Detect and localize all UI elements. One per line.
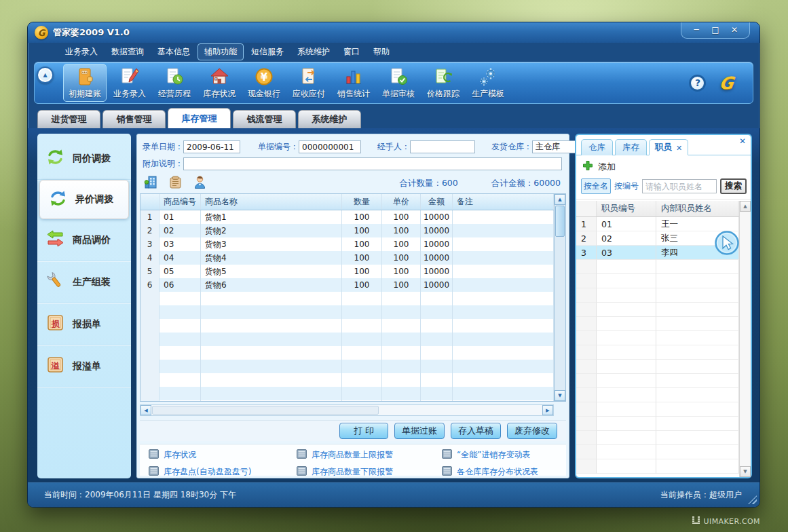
toolbar-item-6[interactable]: 应收应付 xyxy=(287,64,331,102)
warehouse-select-icon[interactable] xyxy=(144,175,158,191)
sidebar-item-3[interactable]: 商品调价 xyxy=(37,219,131,261)
items-table-row[interactable]: 303货物310010010000 xyxy=(140,238,554,251)
toolbar-item-1[interactable]: 初期建账 xyxy=(63,64,107,102)
scroll-track[interactable] xyxy=(151,405,542,415)
toolbar-item-7[interactable]: 销售统计 xyxy=(332,64,375,102)
quick-link-3[interactable]: “全能”进销存变动表 xyxy=(442,449,566,461)
close-button[interactable]: ✕ xyxy=(729,25,740,35)
employee-cell xyxy=(656,260,739,274)
toolbar-item-9[interactable]: 价格跟踪 xyxy=(421,64,465,102)
items-table-row[interactable]: 606货物610010010000 xyxy=(140,278,554,292)
employee-cell xyxy=(576,260,597,274)
menu-item-1[interactable]: 业务录入 xyxy=(59,44,104,60)
swap-diff-icon xyxy=(49,189,67,210)
items-cell: 货物4 xyxy=(201,251,342,265)
toolbar-item-8[interactable]: 单据审核 xyxy=(377,64,420,102)
search-button[interactable]: 搜索 xyxy=(720,178,747,194)
employee-cell xyxy=(597,459,656,474)
svg-text:损: 损 xyxy=(51,319,60,328)
quick-link-1[interactable]: 库存状况 xyxy=(149,449,297,461)
tab-close-icon[interactable] xyxy=(672,142,682,153)
menu-item-8[interactable]: 帮助 xyxy=(367,44,396,60)
scroll-up-icon[interactable] xyxy=(555,194,565,205)
scroll-left-icon[interactable] xyxy=(140,405,151,415)
add-button[interactable]: 添加 xyxy=(598,161,616,173)
scroll-right-icon[interactable] xyxy=(542,405,553,415)
items-cell xyxy=(421,346,453,360)
save-draft-button[interactable]: 存入草稿 xyxy=(451,423,501,439)
quick-link-6[interactable]: 各仓库库存分布状况表 xyxy=(442,466,566,478)
items-table-row[interactable]: 505货物510010010000 xyxy=(140,265,554,278)
menu-item-3[interactable]: 基本信息 xyxy=(151,44,196,60)
items-cell: 100 xyxy=(382,224,421,238)
tab-5[interactable]: 系统维护 xyxy=(298,110,361,128)
goods-select-icon[interactable] xyxy=(168,175,183,191)
collapse-toolbar-button[interactable] xyxy=(37,66,54,83)
employee-cell xyxy=(656,303,739,317)
toolbar-item-2[interactable]: 业务录入 xyxy=(108,64,151,102)
employee-cell xyxy=(656,274,739,288)
toolbar-item-10[interactable]: 生产模板 xyxy=(466,64,510,102)
items-cell xyxy=(140,292,160,305)
scroll-down-icon[interactable] xyxy=(555,390,565,401)
employee-search-input[interactable] xyxy=(642,179,717,193)
panel-close-icon[interactable] xyxy=(739,136,746,146)
items-table-row[interactable]: 101货物110010010000 xyxy=(140,210,554,224)
lookup-tab-2[interactable]: 库存 xyxy=(615,139,647,155)
filter-by-name-button[interactable]: 按全名 xyxy=(581,178,611,194)
tab-2[interactable]: 销售管理 xyxy=(102,110,166,128)
post-document-button[interactable]: 单据过账 xyxy=(394,423,445,439)
report-icon xyxy=(149,466,159,478)
sidebar-item-6[interactable]: 溢报溢单 xyxy=(37,345,131,387)
help-icon[interactable]: ? xyxy=(689,75,706,92)
items-table-row[interactable]: 202货物210010010000 xyxy=(140,224,554,238)
scroll-up-icon[interactable] xyxy=(740,201,751,212)
items-cell xyxy=(382,305,421,319)
employee-cell xyxy=(576,288,597,303)
menu-item-5[interactable]: 短信服务 xyxy=(245,44,290,60)
quick-link-2[interactable]: 库存商品数量上限报警 xyxy=(297,449,442,461)
sidebar-item-5[interactable]: 损报损单 xyxy=(37,303,131,345)
wrench-icon xyxy=(46,271,64,292)
doc-no-input[interactable] xyxy=(299,140,361,153)
print-button[interactable]: 打 印 xyxy=(339,423,388,439)
date-input[interactable] xyxy=(183,140,240,153)
minimize-button[interactable]: ─ xyxy=(691,25,702,35)
resize-grip[interactable] xyxy=(748,495,757,504)
scroll-thumb[interactable] xyxy=(152,406,379,415)
menu-item-4[interactable]: 辅助功能 xyxy=(198,43,244,60)
employee-select-icon[interactable] xyxy=(193,175,207,191)
tab-1[interactable]: 进货管理 xyxy=(37,110,100,128)
tab-3[interactable]: 库存管理 xyxy=(168,108,231,128)
quick-link-5[interactable]: 库存商品数量下限报警 xyxy=(297,466,442,478)
maximize-button[interactable]: □ xyxy=(710,25,721,35)
items-table-row[interactable]: 404货物410010010000 xyxy=(140,251,554,265)
toolbar-item-3[interactable]: 经营历程 xyxy=(153,64,196,102)
discard-changes-button[interactable]: 废弃修改 xyxy=(507,423,557,439)
lookup-tab-3[interactable]: 职员 xyxy=(649,139,688,155)
employee-row[interactable]: 101王一 xyxy=(576,217,739,231)
items-horizontal-scrollbar[interactable] xyxy=(140,404,554,416)
toolbar-item-5[interactable]: ¥现金银行 xyxy=(242,64,286,102)
sidebar-item-1[interactable]: 同价调拨 xyxy=(37,138,131,180)
menu-item-2[interactable]: 数据查询 xyxy=(105,44,150,60)
tab-4[interactable]: 钱流管理 xyxy=(233,110,296,128)
lookup-tab-1[interactable]: 仓库 xyxy=(581,139,613,155)
handler-input[interactable] xyxy=(410,140,475,153)
employee-cell xyxy=(597,431,656,445)
scroll-thumb[interactable] xyxy=(555,206,565,237)
quick-link-4[interactable]: 库存盘点(自动盘盈盘亏) xyxy=(149,466,297,478)
scroll-down-icon[interactable] xyxy=(740,466,751,477)
items-vertical-scrollbar[interactable] xyxy=(554,194,565,401)
employee-scrollbar[interactable] xyxy=(739,201,751,477)
sidebar-item-4[interactable]: 生产组装 xyxy=(37,261,131,303)
employee-empty-row xyxy=(576,260,739,274)
filter-by-code-button[interactable]: 按编号 xyxy=(614,180,639,192)
items-cell xyxy=(453,251,554,265)
toolbar-item-4[interactable]: 库存状况 xyxy=(198,64,241,102)
menu-item-6[interactable]: 系统维护 xyxy=(291,44,336,60)
sidebar-item-2[interactable]: 异价调拨 xyxy=(39,180,129,219)
employee-cell xyxy=(576,402,597,417)
note-input[interactable] xyxy=(183,157,562,170)
menu-item-7[interactable]: 窗口 xyxy=(337,44,366,60)
